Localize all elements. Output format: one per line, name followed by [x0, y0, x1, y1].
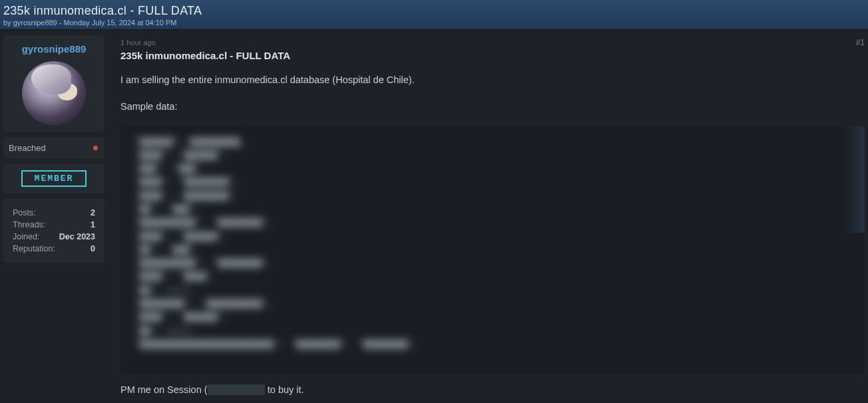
- thread-byline: by gyrosnipe889 - Monday July 15, 2024 a…: [3, 19, 863, 27]
- stat-row-joined: Joined: Dec 2023: [13, 231, 95, 243]
- post-number-link[interactable]: #1: [856, 38, 865, 47]
- stat-row-threads: Threads: 1: [13, 219, 95, 231]
- avatar[interactable]: [22, 61, 86, 125]
- stat-row-reputation: Reputation: 0: [13, 243, 95, 255]
- user-card: gyrosnipe889: [3, 35, 105, 132]
- stat-value: 1: [91, 220, 95, 229]
- stat-label: Reputation:: [13, 244, 55, 253]
- stat-value: 2: [91, 208, 95, 217]
- member-badge: MEMBER: [21, 170, 87, 187]
- pm-prefix: PM me on Session (: [120, 384, 208, 395]
- sample-data-label: Sample data:: [120, 100, 865, 114]
- stat-value: 0: [91, 244, 95, 253]
- byline-prefix: by: [3, 19, 13, 27]
- scrollbar-hint[interactable]: [843, 126, 865, 233]
- status-dot-icon: [93, 146, 98, 150]
- sample-blur-content: "██████": █████████, "████": "██████", "…: [120, 126, 865, 374]
- post-meta: 1 hour ago #1: [120, 38, 865, 47]
- pm-line: PM me on Session (████████ to buy it.: [120, 384, 865, 395]
- thread-author-link[interactable]: gyrosnipe889: [13, 19, 57, 27]
- byline-sep: -: [57, 19, 64, 27]
- post-title: 235k inmunomedica.cl - FULL DATA: [120, 50, 865, 61]
- rank-row: Breached: [9, 143, 99, 153]
- thread-header: 235k inmunomedica.cl - FULL DATA by gyro…: [0, 0, 868, 30]
- user-panel: gyrosnipe889 Breached MEMBER Posts: 2 Th…: [3, 35, 105, 403]
- thread-title: 235k inmunomedica.cl - FULL DATA: [3, 4, 863, 18]
- stat-label: Joined:: [13, 232, 39, 241]
- thread-timestamp: Monday July 15, 2024 at 04:10 PM: [64, 19, 177, 27]
- stat-label: Threads:: [13, 220, 45, 229]
- user-stats-card: Posts: 2 Threads: 1 Joined: Dec 2023 Rep…: [3, 199, 105, 263]
- pm-redacted: ████████: [208, 384, 265, 395]
- stat-row-posts: Posts: 2: [13, 207, 95, 219]
- stat-value: Dec 2023: [59, 232, 95, 241]
- sample-data-block[interactable]: "██████": █████████, "████": "██████", "…: [120, 126, 865, 374]
- stat-label: Posts:: [13, 208, 36, 217]
- member-badge-card: MEMBER: [3, 164, 105, 194]
- pm-suffix: to buy it.: [265, 384, 304, 395]
- post-time-ago: 1 hour ago: [120, 39, 156, 47]
- post-intro: I am selling the entire inmunomedica.cl …: [120, 73, 865, 88]
- rank-label: Breached: [9, 143, 46, 153]
- user-rank-card: Breached: [3, 137, 105, 158]
- username-link[interactable]: gyrosnipe889: [9, 43, 99, 55]
- post-body: 1 hour ago #1 235k inmunomedica.cl - FUL…: [120, 35, 865, 403]
- content-wrap: gyrosnipe889 Breached MEMBER Posts: 2 Th…: [0, 30, 868, 403]
